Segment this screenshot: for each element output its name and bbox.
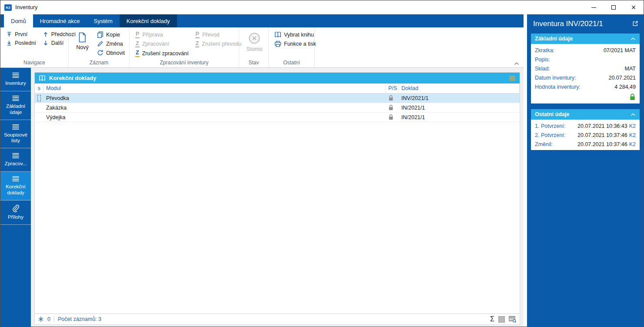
tab-hromadne-akce[interactable]: Hromadné akce <box>33 14 87 27</box>
last-button[interactable]: Poslední <box>3 39 39 47</box>
copy-icon <box>97 31 103 38</box>
table-row[interactable]: Převodka INV/2021/1 <box>35 93 520 103</box>
first-button[interactable]: První <box>3 30 39 39</box>
window-title: Inventury <box>15 4 37 10</box>
change-button[interactable]: Změna <box>94 39 127 48</box>
column-header-ps[interactable]: P/S <box>386 83 399 93</box>
book-icon <box>274 31 281 38</box>
column-header-modul[interactable]: Modul <box>43 83 386 93</box>
list-icon <box>12 95 20 101</box>
panel-menu-icon[interactable] <box>509 76 516 81</box>
row-select-cell <box>35 113 43 122</box>
zruseni-zpracovani-button-label: Zrušení zpracování <box>142 50 189 57</box>
sidebar-item-zakladni-udaje[interactable]: Základní údaje <box>0 91 31 120</box>
filter-asterisk-icon <box>38 316 44 322</box>
field-label: Datum inventury: <box>535 75 576 81</box>
letter-z-icon: Z <box>135 41 140 48</box>
priprava-button[interactable]: P Příprava <box>133 30 191 40</box>
new-button-label: Nový <box>76 44 88 50</box>
field-hodnota-inventury: Hodnota inventury: 4 284,49 <box>531 82 640 91</box>
table-header-row: s Modul P/S Doklad <box>35 83 520 93</box>
app-window: K2 Inventury × Domů Hromadné akce Systém… <box>0 0 644 327</box>
sum-icon[interactable]: Σ <box>490 316 494 323</box>
section-header[interactable]: Základní údaje <box>531 33 640 44</box>
titlebar: K2 Inventury × <box>0 0 644 14</box>
detail-title-row: Inventura INV/2021/1 <box>531 19 640 33</box>
pencil-icon <box>97 40 103 47</box>
lock-icon <box>388 114 394 120</box>
field-datum-inventury: Datum inventury: 20.07.2021 <box>531 73 640 82</box>
field-label: Sklad: <box>535 66 550 72</box>
cell-modul: Výdejka <box>43 113 386 122</box>
detail-panel: Inventura INV/2021/1 Základní údaje Zkra… <box>527 14 644 327</box>
close-icon: × <box>631 3 636 11</box>
prevod-button[interactable]: P Převod <box>193 30 244 40</box>
tab-korekcni-doklady[interactable]: Korekční doklady <box>120 14 177 27</box>
flag-count: 0 <box>47 316 50 322</box>
section-header[interactable]: Ostatní údaje <box>531 109 640 120</box>
lock-icon <box>388 104 394 111</box>
panel-splitter[interactable] <box>524 14 527 327</box>
close-button[interactable]: × <box>624 0 644 14</box>
focus-marker <box>37 95 41 101</box>
korekcni-doklady-panel: Korekční doklady s Modul P/S Doklad <box>34 72 520 325</box>
open-book-icon <box>39 75 46 81</box>
ribbon-group-zpracovani-inventury: P Příprava Z Zpracování Z Zrušení zpraco… <box>130 27 239 67</box>
sidebar-item-label: Přílohy <box>8 214 23 220</box>
field-value: 07/2021 MAT <box>604 47 636 53</box>
sidebar-item-label: Soupisové listy <box>1 132 30 144</box>
letter-z-underline-icon: Z <box>135 50 140 57</box>
section-header-label: Základní údaje <box>535 36 573 42</box>
refresh-button[interactable]: Obnovit <box>94 48 127 57</box>
field-value: 4 284,49 <box>614 84 636 90</box>
cell-ps <box>386 113 399 122</box>
field-label: Hodnota inventury: <box>535 84 581 90</box>
funkce-a-tisk-button-label: Funkce a tisk <box>284 41 316 47</box>
zruseni-zpracovani-button[interactable]: Z Zrušení zpracování <box>133 49 191 58</box>
ribbon-tabbar: Domů Hromadné akce Systém Korekční dokla… <box>0 14 524 27</box>
table-row[interactable]: Výdejka IN/2021/1 <box>35 113 520 122</box>
field-value: 20.07.2021 10:37:46 <box>577 141 627 147</box>
ribbon-group-zaznam: Nový Kopie Změna <box>69 27 130 67</box>
grid-settings-icon[interactable] <box>509 316 517 323</box>
field-user: K2 <box>629 132 636 138</box>
sidebar-item-label: Inventury <box>5 80 26 87</box>
zruseni-prevodu-button[interactable]: Z Zrušení převodu <box>193 40 244 49</box>
column-header-s[interactable]: s <box>35 83 43 93</box>
table-row[interactable]: Zakázka IN/2021/1 <box>35 103 520 113</box>
ribbon-group-navigace: První Poslední Předchozí <box>0 27 69 67</box>
open-in-window-icon[interactable] <box>632 20 638 27</box>
field-user: K2 <box>629 141 636 147</box>
storno-button[interactable]: Storno <box>244 30 265 53</box>
section-ostatni-udaje: Ostatní údaje 1. Potvrzení: 20.07.2021 1… <box>531 109 640 150</box>
new-button[interactable]: Nový <box>72 30 93 51</box>
sidebar-item-soupisove-listy[interactable]: Soupisové listy <box>0 120 31 149</box>
tab-domu[interactable]: Domů <box>4 14 33 27</box>
collapse-ribbon-button[interactable] <box>514 62 519 65</box>
minimize-button[interactable] <box>584 0 604 14</box>
column-header-doklad[interactable]: Doklad <box>399 83 520 93</box>
priprava-button-label: Příprava <box>142 32 163 38</box>
sidebar-item-korekcni-doklady[interactable]: Korekční doklady <box>0 172 31 200</box>
group-label-navigace: Navigace <box>0 59 68 67</box>
field-label: Popis: <box>535 57 550 63</box>
vybrat-knihu-button[interactable]: Vybrat knihu <box>272 30 319 39</box>
field-potvrzeni-1: 1. Potvrzení: 20.07.2021 10:36:43 K2 <box>531 121 640 130</box>
letter-p-icon: P <box>135 31 140 38</box>
sidebar-item-inventury[interactable]: Inventury <box>0 68 31 91</box>
tab-system[interactable]: Systém <box>87 14 119 27</box>
zpracovani-button[interactable]: Z Zpracování <box>133 40 191 49</box>
sidebar-item-prilohy[interactable]: Přílohy <box>0 200 31 225</box>
copy-button[interactable]: Kopie <box>94 30 127 39</box>
sidebar-item-zpracovani[interactable]: Zpracov... <box>0 148 31 172</box>
arrow-up-icon <box>43 31 49 37</box>
funkce-a-tisk-button[interactable]: Funkce a tisk <box>272 39 319 49</box>
field-user: K2 <box>629 123 636 129</box>
statusbar: 0 Počet záznamů: 3 Σ <box>35 314 520 324</box>
prevod-button-label: Převod <box>202 32 220 38</box>
sidebar-item-label: Základní údaje <box>1 103 30 116</box>
gray-square-button[interactable] <box>498 316 505 323</box>
maximize-button[interactable] <box>604 0 624 14</box>
cell-modul: Převodka <box>43 93 386 103</box>
next-button-label: Další <box>51 40 63 46</box>
